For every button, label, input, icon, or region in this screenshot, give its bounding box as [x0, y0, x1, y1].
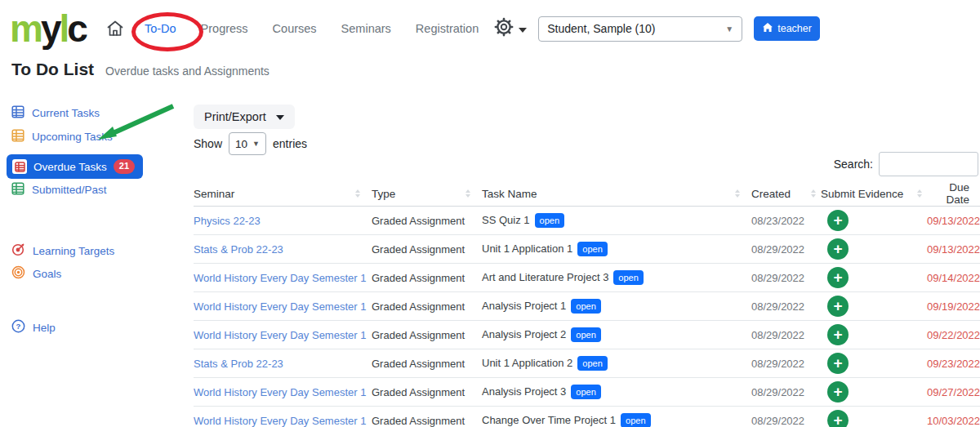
settings-menu[interactable] — [493, 16, 527, 41]
due-date: 09/13/2022 — [927, 235, 980, 264]
open-status-badge[interactable]: open — [535, 213, 564, 227]
teacher-home-button[interactable]: teacher — [754, 16, 820, 41]
due-date: 09/23/2022 — [927, 349, 980, 378]
show-label: Show — [194, 137, 222, 150]
seminar-link[interactable]: Stats & Prob 22-23 — [194, 243, 283, 256]
submit-evidence-plus-button[interactable]: + — [827, 238, 849, 260]
submit-evidence-plus-button[interactable]: + — [827, 296, 849, 317]
table-row: Stats & Prob 22-23 Graded Assignment Uni… — [194, 349, 980, 378]
task-name: Unit 1 Application 2 — [482, 357, 572, 369]
home-icon[interactable] — [105, 19, 125, 38]
type-cell: Graded Assignment — [372, 235, 482, 264]
sidebar: Current Tasks Upcoming Tasks Overdue — [0, 86, 194, 427]
chevron-down-icon — [519, 28, 527, 33]
sidebar-item-label: Goals — [33, 268, 61, 280]
due-date: 10/03/2022 — [927, 407, 980, 427]
submit-evidence-plus-button[interactable]: + — [827, 353, 849, 374]
sidebar-item-label: Upcoming Tasks — [32, 131, 113, 143]
page-header: To Do List Overdue tasks and Assignments — [11, 60, 270, 79]
top-header: mylc To-Do Progress Courses Seminars Reg… — [0, 0, 980, 57]
chevron-down-icon: ▼ — [252, 140, 260, 148]
seminar-link[interactable]: World History Every Day Semester 1 — [194, 415, 366, 427]
created-date: 08/29/2022 — [751, 407, 821, 427]
house-icon — [762, 22, 773, 35]
sidebar-item-learning-targets[interactable]: Learning Targets — [11, 242, 114, 259]
page-title: To Do List — [11, 60, 94, 79]
nav-item-todo[interactable]: To-Do — [145, 22, 176, 35]
seminar-link[interactable]: World History Every Day Semester 1 — [194, 329, 366, 341]
sort-icon — [466, 189, 470, 198]
task-name: SS Quiz 1 — [482, 214, 530, 226]
open-status-badge[interactable]: open — [577, 356, 607, 370]
search-label: Search: — [834, 158, 873, 171]
table-list-icon — [11, 182, 24, 198]
chevron-down-icon — [276, 115, 284, 120]
bullseye-icon — [11, 265, 25, 282]
print-export-button[interactable]: Print/Export — [194, 105, 295, 129]
due-date: 09/13/2022 — [927, 207, 980, 235]
submit-evidence-plus-button[interactable]: + — [827, 267, 849, 288]
page-subtitle: Overdue tasks and Assignments — [105, 64, 270, 78]
sort-icon — [811, 189, 816, 198]
app-window: mylc To-Do Progress Courses Seminars Reg… — [0, 0, 980, 427]
seminar-link[interactable]: World History Every Day Semester 1 — [194, 386, 366, 398]
type-cell: Graded Assignment — [372, 407, 482, 427]
open-status-badge[interactable]: open — [577, 242, 607, 256]
task-name: Change Over Time Project 1 — [482, 414, 616, 426]
column-header-task-name[interactable]: Task Name — [482, 181, 751, 207]
table-row: World History Every Day Semester 1 Grade… — [194, 292, 980, 321]
column-header-created[interactable]: Created — [751, 181, 821, 207]
table-header-row: Seminar Type Task Name Created — [194, 181, 980, 207]
created-date: 08/29/2022 — [751, 378, 821, 407]
column-header-type[interactable]: Type — [372, 181, 482, 207]
submit-evidence-plus-button[interactable]: + — [827, 324, 849, 345]
table-row: World History Every Day Semester 1 Grade… — [194, 378, 980, 407]
task-name: Analysis Project 1 — [482, 300, 566, 312]
type-cell: Graded Assignment — [372, 264, 482, 292]
page-length-control: Show 10 ▼ entries — [194, 132, 307, 155]
sidebar-item-goals[interactable]: Goals — [11, 265, 61, 282]
entries-select-value: 10 — [235, 138, 247, 150]
column-header-submit-evidence[interactable]: Submit Evidence — [821, 181, 927, 207]
student-dropdown[interactable]: Student, Sample (10) ▼ — [538, 16, 742, 42]
created-date: 08/29/2022 — [751, 264, 821, 292]
open-status-badge[interactable]: open — [571, 299, 600, 313]
sidebar-item-label: Current Tasks — [32, 107, 100, 119]
open-status-badge[interactable]: open — [613, 270, 643, 284]
entries-select[interactable]: 10 ▼ — [229, 132, 266, 155]
open-status-badge[interactable]: open — [571, 385, 600, 398]
sidebar-item-upcoming-tasks[interactable]: Upcoming Tasks — [11, 129, 113, 145]
search-input[interactable] — [879, 152, 978, 176]
nav-item-progress[interactable]: Progress — [201, 22, 248, 35]
table-list-icon — [11, 129, 24, 145]
sidebar-item-label: Learning Targets — [33, 245, 114, 257]
sort-icon — [355, 189, 360, 198]
sidebar-item-overdue-tasks[interactable]: Overdue Tasks 21 — [7, 154, 143, 179]
column-header-due-date[interactable]: Due Date — [927, 181, 980, 207]
seminar-link[interactable]: World History Every Day Semester 1 — [194, 272, 366, 284]
main-nav: To-Do Progress Courses Seminars Registra… — [105, 19, 479, 38]
sidebar-item-submitted-past[interactable]: Submitted/Past — [11, 182, 107, 198]
task-name: Analysis Project 2 — [482, 328, 566, 340]
seminar-link[interactable]: World History Every Day Semester 1 — [194, 300, 366, 313]
sidebar-item-help[interactable]: ? Help — [11, 319, 56, 336]
table-body: Physics 22-23 Graded Assignment SS Quiz … — [194, 207, 980, 427]
submit-evidence-plus-button[interactable]: + — [827, 410, 849, 427]
task-name: Analysis Project 3 — [482, 385, 566, 398]
seminar-link[interactable]: Stats & Prob 22-23 — [194, 358, 283, 370]
nav-item-registration[interactable]: Registration — [416, 22, 479, 35]
seminar-link[interactable]: Physics 22-23 — [194, 215, 261, 227]
submit-evidence-plus-button[interactable]: + — [827, 210, 849, 231]
submit-evidence-plus-button[interactable]: + — [827, 381, 849, 403]
due-date: 09/22/2022 — [927, 321, 980, 349]
column-header-seminar[interactable]: Seminar — [194, 181, 372, 207]
open-status-badge[interactable]: open — [571, 327, 600, 341]
open-status-badge[interactable]: open — [621, 413, 650, 427]
main-content: Print/Export Show 10 ▼ entries Search: — [194, 86, 980, 427]
sidebar-item-label: Overdue Tasks — [33, 161, 107, 173]
mylc-logo[interactable]: mylc — [10, 10, 86, 47]
nav-item-courses[interactable]: Courses — [273, 22, 317, 35]
type-cell: Graded Assignment — [372, 321, 482, 349]
sidebar-item-current-tasks[interactable]: Current Tasks — [11, 105, 100, 121]
nav-item-seminars[interactable]: Seminars — [341, 22, 391, 35]
